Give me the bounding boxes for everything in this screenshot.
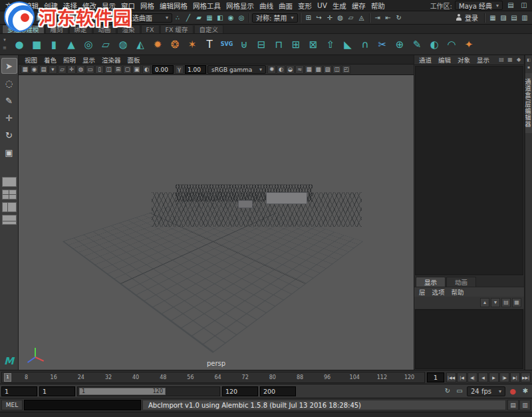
poly-cone-icon[interactable]: ▲ <box>63 36 80 53</box>
motion-blur-icon[interactable]: ≈ <box>295 65 304 74</box>
make-live-icon[interactable]: ◬ <box>356 13 367 23</box>
script-editor-icon[interactable]: ▤ <box>507 400 519 410</box>
shadows-icon[interactable]: ◐ <box>277 65 285 74</box>
exposure-field[interactable]: 0.00 <box>152 65 174 74</box>
quad-draw-icon[interactable]: ✎ <box>408 36 426 53</box>
lighting-icon[interactable]: ✺ <box>267 65 276 74</box>
layout-four-pane-button[interactable] <box>2 190 17 200</box>
snap-to-point-icon[interactable]: ✛ <box>325 13 335 23</box>
play-backwards-button[interactable]: ◀ <box>478 372 488 382</box>
shelf-tab[interactable]: 渲染 <box>117 25 140 33</box>
symmetry-dropdown[interactable]: 对称: 禁用 ▾ <box>252 13 298 23</box>
menu-item[interactable]: 网格显示 <box>223 1 257 11</box>
channel-box-menu-item[interactable]: 显示 <box>473 55 493 65</box>
channel-display-icon[interactable]: ▤ <box>497 56 505 64</box>
spherical-harmonics-icon[interactable]: ❂ <box>166 36 184 53</box>
render-settings-icon[interactable]: ▤ <box>509 13 519 23</box>
boolean-difference-icon[interactable]: ⊟ <box>253 36 270 53</box>
command-line-input[interactable] <box>24 400 141 410</box>
pin-channel-box-icon[interactable]: ◆ <box>515 56 523 64</box>
poly-sphere-icon[interactable]: ● <box>11 36 28 53</box>
poly-cylinder-icon[interactable]: ▮ <box>45 36 63 53</box>
new-empty-layer-icon[interactable]: ▤ <box>501 298 511 307</box>
snap-to-projected-center-icon[interactable]: ◍ <box>335 13 346 23</box>
go-to-end-button[interactable]: ▶▶| <box>521 372 531 382</box>
workspace-dropdown[interactable]: Maya 经典 ▾ <box>455 1 503 10</box>
panel-menu-item[interactable]: 着色 <box>41 55 60 65</box>
shaded-box-mesh[interactable] <box>266 192 307 204</box>
poly-type-icon[interactable]: T <box>201 36 218 53</box>
shelf-options-icon[interactable]: ≡ <box>1 45 8 52</box>
menu-item[interactable]: 帮助 <box>368 1 388 11</box>
channel-box-menu-item[interactable]: 编辑 <box>435 55 454 65</box>
multisample-aa-icon[interactable]: ▦ <box>305 65 313 74</box>
boolean-union-icon[interactable]: ⊎ <box>235 36 253 53</box>
time-slider[interactable]: 1 81624324048566472808896104112120 <box>1 372 425 383</box>
multi-cut-icon[interactable]: ✂ <box>374 36 391 53</box>
layer-editor-tab[interactable]: 显示 <box>416 277 446 287</box>
menu-item[interactable]: 网格 <box>138 1 157 11</box>
selection-mask-dropdown[interactable]: 无默认选曲面 ▾ <box>108 13 172 23</box>
oversampling-icon[interactable]: ◍ <box>76 65 85 74</box>
mask-points-icon[interactable]: ∴ <box>172 13 183 23</box>
paint-select-tool[interactable]: ✎ <box>1 92 17 108</box>
lock-selection-icon[interactable]: ◉ <box>225 13 236 23</box>
lasso-tool[interactable]: ◌ <box>1 75 17 91</box>
menu-item[interactable]: 生成 <box>330 1 349 11</box>
bookmarks-icon[interactable]: ▾ <box>49 65 57 74</box>
go-to-start-button[interactable]: |◀◀ <box>446 372 456 382</box>
screen-space-ao-icon[interactable]: ◒ <box>286 65 295 74</box>
boolean-intersection-icon[interactable]: ⊓ <box>270 36 287 53</box>
wireframe-on-shaded-icon[interactable]: ▩ <box>314 65 323 74</box>
output-operations-icon[interactable]: ⇤ <box>383 13 394 23</box>
super-ellipse-icon[interactable]: ✹ <box>149 36 166 53</box>
dock-panel-icon[interactable]: ◧ <box>526 57 532 63</box>
fps-dropdown[interactable]: 24 fps ▾ <box>467 386 505 396</box>
menu-item[interactable]: 曲线 <box>257 1 276 11</box>
tab-channel-box-layer-editor[interactable]: 通道盒/层编辑器 <box>525 73 532 133</box>
rotate-tool[interactable]: ↻ <box>1 127 17 143</box>
new-layer-from-selected-icon[interactable]: ▦ <box>512 298 521 307</box>
channel-box-content[interactable] <box>415 66 523 275</box>
login-button[interactable]: 登录 <box>452 13 482 23</box>
xray-icon[interactable]: ◫ <box>332 65 341 74</box>
panel-menu-item[interactable]: 视图 <box>21 55 41 65</box>
exposure-icon[interactable]: ◐ <box>142 65 151 74</box>
play-forwards-button[interactable]: ▶ <box>489 372 499 382</box>
shaded-box-mesh-small[interactable] <box>238 200 253 208</box>
input-operations-icon[interactable]: ⇥ <box>372 13 383 23</box>
extrude-icon[interactable]: ⇧ <box>322 36 339 53</box>
animation-preferences-icon[interactable]: ✱ <box>520 386 531 396</box>
target-weld-icon[interactable]: ⊕ <box>391 36 408 53</box>
menu-item[interactable]: 创建 <box>41 1 61 11</box>
undo-icon[interactable]: ↶ <box>45 13 55 23</box>
image-plane-icon[interactable]: ▱ <box>58 65 66 74</box>
shelf-tab[interactable]: 动画 <box>93 25 116 33</box>
layout-two-pane-side-button[interactable] <box>2 202 17 212</box>
bevel-icon[interactable]: ◣ <box>339 36 356 53</box>
playback-start-field[interactable]: 1 <box>39 386 75 396</box>
shelf-tab[interactable]: FX 缓存 <box>160 25 194 33</box>
open-scene-icon[interactable]: ◳ <box>23 13 34 23</box>
command-line-mode-button[interactable]: MEL <box>1 400 23 410</box>
menu-item[interactable]: 显示 <box>99 1 118 11</box>
construction-history-icon[interactable]: ↻ <box>394 13 404 23</box>
animation-start-field[interactable]: 1 <box>1 386 37 396</box>
panel-menu-item[interactable]: 面板 <box>124 55 144 65</box>
lock-camera-icon[interactable]: ◉ <box>30 65 39 74</box>
two-d-pan-zoom-icon[interactable]: ✛ <box>67 65 76 74</box>
bridge-icon[interactable]: ∩ <box>356 36 374 53</box>
menu-item[interactable]: 网格工具 <box>190 1 223 11</box>
menu-item[interactable]: 编辑网格 <box>157 1 190 11</box>
display-layers-icon[interactable]: ▥ <box>519 13 530 23</box>
combine-icon[interactable]: ⊞ <box>287 36 305 53</box>
step-back-key-button[interactable]: ◀| <box>467 372 477 382</box>
character-set-icon[interactable]: ▭ <box>454 386 465 396</box>
poly-plane-icon[interactable]: ▱ <box>97 36 114 53</box>
layer-menu-item[interactable]: 帮助 <box>448 287 467 297</box>
step-back-frame-button[interactable]: |◀ <box>457 372 467 382</box>
separate-icon[interactable]: ⊠ <box>305 36 322 53</box>
layer-list[interactable] <box>415 309 523 369</box>
layout-two-pane-stacked-button[interactable] <box>2 215 17 225</box>
select-by-hierarchy-icon[interactable]: ⌂ <box>71 13 82 23</box>
